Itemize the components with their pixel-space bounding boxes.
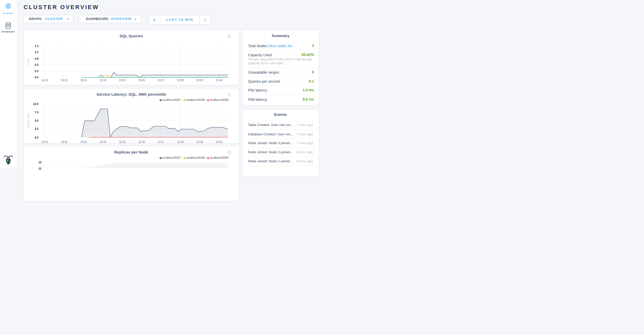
svg-text:19:31: 19:31 (41, 140, 48, 143)
svg-text:0.8: 0.8 (35, 57, 38, 60)
svg-text:19:36: 19:36 (138, 140, 145, 143)
svg-text:2.5: 2.5 (35, 127, 38, 130)
svg-text:19:31: 19:31 (41, 79, 48, 82)
svg-text:15: 15 (38, 161, 42, 164)
svg-text:0.3: 0.3 (35, 69, 38, 73)
svg-text:1.0: 1.0 (35, 51, 38, 54)
svg-text:19:34: 19:34 (99, 79, 106, 82)
svg-text:12: 12 (38, 167, 42, 168)
svg-text:19:32: 19:32 (61, 140, 67, 143)
svg-text:0.5: 0.5 (35, 63, 38, 66)
svg-text:10.0: 10.0 (33, 102, 38, 105)
svg-text:milliseconds: milliseconds (27, 113, 30, 128)
svg-text:19:39: 19:39 (196, 79, 203, 82)
svg-text:5.0: 5.0 (35, 119, 38, 122)
svg-text:19:33: 19:33 (80, 140, 87, 143)
svg-text:0.0: 0.0 (35, 136, 38, 139)
svg-text:19:32: 19:32 (61, 79, 67, 82)
svg-text:19:34: 19:34 (99, 140, 106, 143)
svg-text:count: count (27, 59, 30, 65)
svg-text:0.0: 0.0 (35, 76, 38, 79)
svg-text:19:40: 19:40 (216, 140, 222, 143)
svg-text:19:40: 19:40 (216, 79, 222, 82)
svg-text:19:39: 19:39 (196, 140, 203, 143)
svg-text:7.5: 7.5 (35, 110, 38, 114)
svg-text:19:37: 19:37 (157, 79, 164, 82)
svg-text:19:36: 19:36 (138, 79, 145, 82)
svg-text:19:33: 19:33 (80, 79, 87, 82)
svg-text:19:35: 19:35 (119, 79, 126, 82)
svg-text:19:37: 19:37 (157, 140, 164, 143)
svg-text:19:35: 19:35 (119, 140, 126, 143)
svg-text:1.3: 1.3 (35, 44, 38, 47)
svg-text:19:38: 19:38 (177, 79, 184, 82)
svg-text:19:38: 19:38 (177, 140, 184, 143)
